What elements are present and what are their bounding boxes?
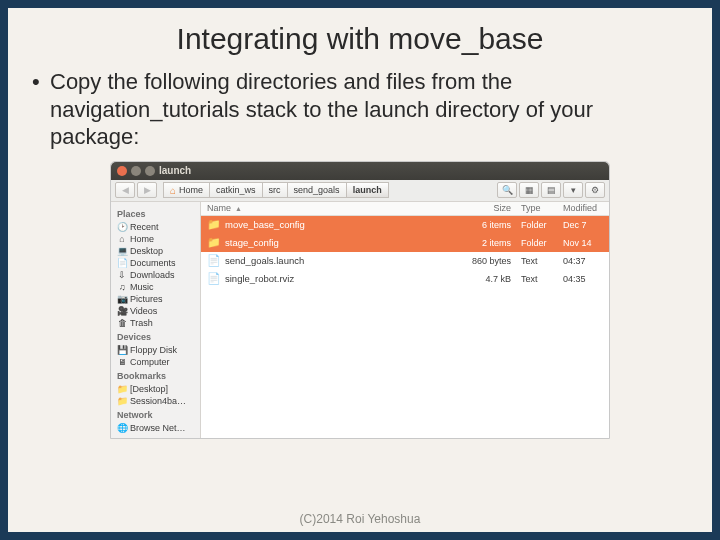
sidebar-item-music[interactable]: ♫Music <box>115 281 196 293</box>
column-type[interactable]: Type <box>517 203 559 213</box>
folder-icon: 📁 <box>117 396 127 406</box>
gear-icon: ⚙ <box>591 185 599 195</box>
folder-icon: 📁 <box>117 384 127 394</box>
window-title: launch <box>159 165 191 176</box>
sidebar-item-videos[interactable]: 🎥Videos <box>115 305 196 317</box>
floppy-icon: 💾 <box>117 345 127 355</box>
breadcrumb-item[interactable]: send_goals <box>287 182 346 198</box>
search-icon: 🔍 <box>502 185 513 195</box>
sidebar-item-floppy[interactable]: 💾Floppy Disk <box>115 344 196 356</box>
file-modified: Dec 7 <box>559 220 609 230</box>
desktop-icon: 💻 <box>117 246 127 256</box>
grid-icon: ▦ <box>525 185 534 195</box>
sort-asc-icon: ▲ <box>235 205 242 212</box>
breadcrumb-current[interactable]: launch <box>346 182 389 198</box>
folder-icon: 📁 <box>207 236 221 250</box>
menu-button[interactable]: ⚙ <box>585 182 605 198</box>
file-size: 2 items <box>462 238 517 248</box>
sidebar-item-trash[interactable]: 🗑Trash <box>115 317 196 329</box>
sidebar-heading-bookmarks: Bookmarks <box>117 371 196 381</box>
file-modified: 04:35 <box>559 274 609 284</box>
maximize-icon[interactable] <box>145 166 155 176</box>
sidebar-item-network[interactable]: 🌐Browse Net… <box>115 422 196 434</box>
sidebar-heading-places: Places <box>117 209 196 219</box>
search-button[interactable]: 🔍 <box>497 182 517 198</box>
network-icon: 🌐 <box>117 423 127 433</box>
file-type: Text <box>517 256 559 266</box>
clock-icon: 🕑 <box>117 222 127 232</box>
sidebar-item-computer[interactable]: 🖥Computer <box>115 356 196 368</box>
back-button[interactable]: ◀ <box>115 182 135 198</box>
table-row[interactable]: 📄 send_goals.launch 860 bytes Text 04:37 <box>201 252 609 270</box>
trash-icon: 🗑 <box>117 318 127 328</box>
home-icon: ⌂ <box>117 234 127 244</box>
file-modified: 04:37 <box>559 256 609 266</box>
music-icon: ♫ <box>117 282 127 292</box>
breadcrumb-home[interactable]: ⌂ Home <box>163 182 209 198</box>
file-size: 6 items <box>462 220 517 230</box>
file-name: single_robot.rviz <box>225 273 462 284</box>
close-icon[interactable] <box>117 166 127 176</box>
file-type: Folder <box>517 238 559 248</box>
text-file-icon: 📄 <box>207 254 221 268</box>
sidebar-item-pictures[interactable]: 📷Pictures <box>115 293 196 305</box>
breadcrumb: ⌂ Home catkin_ws src send_goals launch <box>163 182 491 198</box>
file-size: 860 bytes <box>462 256 517 266</box>
sidebar: Places 🕑Recent ⌂Home 💻Desktop 📄Documents… <box>111 202 201 438</box>
table-row[interactable]: 📄 single_robot.rviz 4.7 kB Text 04:35 <box>201 270 609 288</box>
titlebar[interactable]: launch <box>111 162 609 180</box>
toolbar: ◀ ▶ ⌂ Home catkin_ws src send_goals laun… <box>111 180 609 202</box>
view-list-button[interactable]: ▤ <box>541 182 561 198</box>
sidebar-heading-network: Network <box>117 410 196 420</box>
file-name: send_goals.launch <box>225 255 462 266</box>
slide-title: Integrating with move_base <box>32 22 688 56</box>
forward-button[interactable]: ▶ <box>137 182 157 198</box>
column-modified[interactable]: Modified <box>559 203 609 213</box>
slide-footer: (C)2014 Roi Yehoshua <box>8 512 712 526</box>
table-row[interactable]: 📁 stage_config 2 items Folder Nov 14 <box>201 234 609 252</box>
file-name: stage_config <box>225 237 462 248</box>
computer-icon: 🖥 <box>117 357 127 367</box>
view-options-button[interactable]: ▾ <box>563 182 583 198</box>
column-name[interactable]: Name▲ <box>201 203 462 213</box>
folder-icon: 📁 <box>207 218 221 232</box>
sidebar-item-documents[interactable]: 📄Documents <box>115 257 196 269</box>
breadcrumb-item[interactable]: src <box>262 182 287 198</box>
download-icon: ⇩ <box>117 270 127 280</box>
file-type: Folder <box>517 220 559 230</box>
sidebar-item-bookmark[interactable]: 📁Session4ba… <box>115 395 196 407</box>
chevron-down-icon: ▾ <box>571 185 576 195</box>
list-icon: ▤ <box>547 185 556 195</box>
file-pane: Name▲ Size Type Modified 📁 move_base_con… <box>201 202 609 438</box>
view-grid-button[interactable]: ▦ <box>519 182 539 198</box>
sidebar-item-home[interactable]: ⌂Home <box>115 233 196 245</box>
sidebar-item-bookmark[interactable]: 📁[Desktop] <box>115 383 196 395</box>
slide: Integrating with move_base Copy the foll… <box>8 8 712 532</box>
breadcrumb-home-label: Home <box>179 185 203 195</box>
text-file-icon: 📄 <box>207 272 221 286</box>
video-icon: 🎥 <box>117 306 127 316</box>
file-type: Text <box>517 274 559 284</box>
breadcrumb-item[interactable]: catkin_ws <box>209 182 262 198</box>
document-icon: 📄 <box>117 258 127 268</box>
content-area: Places 🕑Recent ⌂Home 💻Desktop 📄Documents… <box>111 202 609 438</box>
sidebar-item-desktop[interactable]: 💻Desktop <box>115 245 196 257</box>
file-manager-window: launch ◀ ▶ ⌂ Home catkin_ws src send_goa… <box>110 161 610 439</box>
sidebar-item-recent[interactable]: 🕑Recent <box>115 221 196 233</box>
file-modified: Nov 14 <box>559 238 609 248</box>
sidebar-item-downloads[interactable]: ⇩Downloads <box>115 269 196 281</box>
table-row[interactable]: 📁 move_base_config 6 items Folder Dec 7 <box>201 216 609 234</box>
picture-icon: 📷 <box>117 294 127 304</box>
column-size[interactable]: Size <box>462 203 517 213</box>
file-size: 4.7 kB <box>462 274 517 284</box>
sidebar-heading-devices: Devices <box>117 332 196 342</box>
column-header-row: Name▲ Size Type Modified <box>201 202 609 216</box>
home-icon: ⌂ <box>170 185 176 196</box>
file-name: move_base_config <box>225 219 462 230</box>
minimize-icon[interactable] <box>131 166 141 176</box>
slide-bullet: Copy the following directories and files… <box>32 68 688 151</box>
